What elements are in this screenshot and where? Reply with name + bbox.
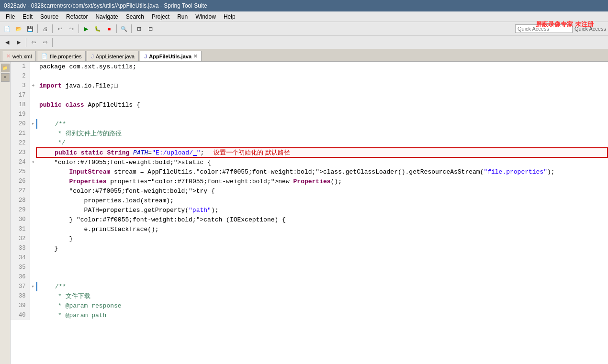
fold-marker[interactable]: ▾ — [30, 282, 36, 291]
table-row: 33 } — [11, 243, 608, 253]
code-line: package com.sxt.sys.utils; — [36, 62, 608, 71]
quick-access-input[interactable] — [515, 24, 573, 33]
table-row: 30 } "color:#7f0055;font-weight:bold;">c… — [11, 215, 608, 224]
line-number: 20 — [11, 119, 30, 129]
fold-marker — [30, 234, 36, 243]
tab-icon-app-file-utils: J — [144, 54, 147, 59]
menu-file[interactable]: File — [2, 12, 19, 21]
new-btn[interactable]: 📄 — [2, 23, 12, 34]
tab-icon-web-xml: ✕ — [6, 53, 11, 59]
view-btn[interactable]: ⊟ — [145, 23, 156, 34]
code-line: "color:#7f0055;font-weight:bold;">try { — [36, 186, 608, 196]
quick-access-label: Quick Access — [574, 26, 606, 32]
code-table: 1package com.sxt.sys.utils;23+import jav… — [11, 62, 608, 320]
sep1 — [37, 24, 38, 33]
line-number: 22 — [11, 138, 30, 148]
line-number: 29 — [11, 205, 30, 215]
fold-marker — [30, 138, 36, 148]
table-row: 1package com.sxt.sys.utils; — [11, 62, 608, 71]
table-row: 29 PATH=properties.getProperty("path"); — [11, 205, 608, 215]
redo-btn[interactable]: ↪ — [66, 23, 77, 34]
tab-app-listener[interactable]: J AppListener.java — [87, 51, 139, 61]
menu-source[interactable]: Source — [36, 12, 62, 21]
fold-marker — [30, 176, 36, 186]
code-line: public static String PATH="E:/upload/▁";… — [36, 148, 608, 157]
fold-marker[interactable]: + — [30, 81, 36, 90]
line-number: 26 — [11, 176, 30, 186]
tab-close-app-file-utils[interactable]: ✕ — [193, 54, 197, 59]
menu-search[interactable]: Search — [122, 12, 148, 21]
code-line — [36, 272, 608, 282]
outline-icon[interactable]: ≡ — [1, 73, 10, 82]
next-edit-btn[interactable]: ⇨ — [40, 37, 50, 48]
save-btn[interactable]: 💾 — [25, 23, 35, 34]
tab-label-web-xml: web.xml — [12, 54, 32, 59]
fold-marker[interactable]: ▾ — [30, 157, 36, 167]
fold-marker — [30, 71, 36, 81]
open-btn[interactable]: 📂 — [13, 23, 24, 34]
line-number: 34 — [11, 253, 30, 263]
fold-marker — [30, 215, 36, 224]
line-number: 28 — [11, 196, 30, 205]
toolbar-row1: 📄 📂 💾 🖨 ↩ ↪ ▶ 🐛 ■ 🔍 ⊞ ⊟ Quick Access — [0, 22, 608, 35]
tab-file-properties[interactable]: 📄 file.properties — [37, 51, 86, 61]
code-editor[interactable]: 1package com.sxt.sys.utils;23+import jav… — [11, 62, 608, 364]
line-number: 21 — [11, 129, 30, 138]
fold-marker — [30, 129, 36, 138]
undo-btn[interactable]: ↩ — [55, 23, 65, 34]
table-row: 3+import java.io.File;□ — [11, 81, 608, 90]
title-text: 0328adv - 0328carrent/src/com/sxt/sys/ut… — [4, 2, 207, 9]
menu-help[interactable]: Help — [220, 12, 239, 21]
table-row: 32 } — [11, 234, 608, 243]
table-row: 2 — [11, 71, 608, 81]
debug-btn[interactable]: 🐛 — [92, 23, 103, 34]
print-btn[interactable]: 🖨 — [40, 23, 50, 34]
sep6 — [26, 38, 26, 47]
table-row: 39 * @param response — [11, 301, 608, 310]
fold-marker — [30, 291, 36, 301]
code-line: } — [36, 243, 608, 253]
menu-refactor[interactable]: Refactor — [62, 12, 91, 21]
search-btn[interactable]: 🔍 — [119, 23, 129, 34]
menu-window[interactable]: Window — [191, 12, 220, 21]
table-row: 24▾ "color:#7f0055;font-weight:bold;">st… — [11, 157, 608, 167]
code-line: public class AppFileUtils { — [36, 100, 608, 110]
code-line: InputStream stream = AppFileUtils."color… — [36, 167, 608, 176]
fold-marker — [30, 148, 36, 157]
forward-btn[interactable]: ▶ — [13, 37, 24, 48]
tab-web-xml[interactable]: ✕ web.xml — [2, 51, 36, 61]
prev-edit-btn[interactable]: ⇦ — [28, 37, 39, 48]
line-number: 2 — [11, 71, 30, 81]
table-row: 25 InputStream stream = AppFileUtils."co… — [11, 167, 608, 176]
toolbar-row2: ◀ ▶ ⇦ ⇨ — [0, 35, 608, 49]
table-row: 34 — [11, 253, 608, 263]
fold-marker[interactable]: ▾ — [30, 119, 36, 129]
code-line: * 文件下载 — [36, 291, 608, 301]
sep3 — [79, 24, 79, 33]
code-line: } — [36, 234, 608, 243]
tab-app-file-utils[interactable]: J AppFileUtils.java ✕ — [140, 51, 202, 61]
quick-access-area: Quick Access — [515, 24, 606, 33]
menu-navigate[interactable]: Navigate — [91, 12, 122, 21]
fold-marker — [30, 186, 36, 196]
fold-marker — [30, 167, 36, 176]
menu-run[interactable]: Run — [173, 12, 191, 21]
line-number: 40 — [11, 310, 30, 320]
fold-marker — [30, 263, 36, 272]
menu-edit[interactable]: Edit — [19, 12, 36, 21]
table-row: 27 "color:#7f0055;font-weight:bold;">try… — [11, 186, 608, 196]
line-number: 18 — [11, 100, 30, 110]
fold-marker — [30, 196, 36, 205]
line-number: 17 — [11, 90, 30, 100]
stop-btn[interactable]: ■ — [104, 23, 114, 34]
table-row: 18public class AppFileUtils { — [11, 100, 608, 110]
back-btn[interactable]: ◀ — [2, 37, 12, 48]
line-number: 3 — [11, 81, 30, 90]
line-number: 19 — [11, 110, 30, 119]
code-line — [36, 263, 608, 272]
perspective-btn[interactable]: ⊞ — [134, 23, 144, 34]
code-line — [36, 253, 608, 263]
pkg-explorer-icon[interactable]: 📁 — [1, 64, 10, 72]
run-btn[interactable]: ▶ — [81, 23, 91, 34]
menu-project[interactable]: Project — [148, 12, 173, 21]
